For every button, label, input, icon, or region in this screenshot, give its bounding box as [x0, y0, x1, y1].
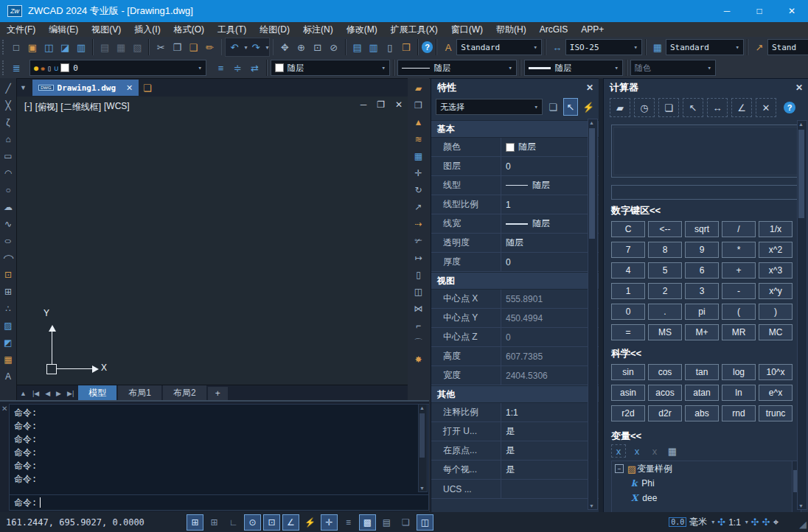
- prop-row-height[interactable]: 高度 607.7385: [431, 347, 599, 366]
- unit-label[interactable]: 毫米: [689, 516, 707, 528]
- new-drawing-icon[interactable]: ❏: [139, 80, 156, 96]
- calc-key-7[interactable]: 7: [611, 242, 645, 258]
- layer-freeze-icon[interactable]: ❋: [41, 64, 45, 72]
- chevron-down-icon[interactable]: ▾: [610, 64, 619, 71]
- ucs-control[interactable]: [WCS]: [104, 101, 130, 113]
- select-objects-icon[interactable]: ⚡: [582, 99, 595, 115]
- calc-key-acos[interactable]: acos: [648, 385, 682, 401]
- calc-key-sin[interactable]: sin: [611, 364, 645, 380]
- calc-key-backspace[interactable]: <--: [648, 221, 682, 237]
- auto-annotation-icon[interactable]: ✣: [762, 517, 770, 528]
- view-control[interactable]: [俯视]: [35, 101, 58, 113]
- mleader-style-select[interactable]: Stand: [767, 39, 808, 55]
- lineweight-toggle[interactable]: ≡: [340, 514, 357, 531]
- properties-scrollbar[interactable]: ▲ ▼: [588, 119, 598, 510]
- rectangle-icon[interactable]: ▭: [1, 149, 15, 164]
- layer-plot-icon[interactable]: ▯: [47, 64, 52, 72]
- section-other-header[interactable]: 其他 ▾: [431, 385, 599, 403]
- prop-row-layer[interactable]: 图层 0: [431, 157, 599, 176]
- return-to-input-icon[interactable]: ▦: [666, 445, 679, 457]
- scroll-up-icon[interactable]: ▲: [419, 405, 425, 410]
- grid-toggle[interactable]: ⊞: [206, 514, 223, 531]
- zoom-previous-icon[interactable]: ⊘: [326, 39, 342, 55]
- dynamic-input-toggle[interactable]: ⚡: [302, 514, 318, 531]
- polyline-icon[interactable]: ζ: [1, 115, 15, 130]
- redo-icon[interactable]: ↷: [248, 39, 265, 55]
- erase-icon[interactable]: ▰: [411, 81, 426, 96]
- arc-icon[interactable]: ◠: [1, 166, 15, 181]
- variables-folder-row[interactable]: − ▨ 变量样例: [612, 461, 801, 476]
- copy-icon[interactable]: ❐: [169, 39, 185, 55]
- numpad-section-title[interactable]: 数字键区<<: [604, 200, 808, 219]
- last-layout-icon[interactable]: ▶|: [64, 390, 77, 397]
- construction-line-icon[interactable]: ╳: [1, 98, 15, 113]
- first-layout-icon[interactable]: |◀: [29, 390, 42, 397]
- prop-row-linetype[interactable]: 线型 随层: [431, 176, 599, 195]
- tree-collapse-icon[interactable]: −: [615, 464, 624, 473]
- scroll-up-icon[interactable]: ▲: [588, 120, 595, 125]
- calc-key-atan[interactable]: atan: [685, 385, 719, 401]
- linetype-select[interactable]: 随层 ▾: [397, 60, 517, 76]
- menu-view[interactable]: 视图(V): [85, 22, 128, 37]
- calc-key-minus[interactable]: -: [722, 283, 756, 299]
- visual-style-control[interactable]: [二维线框]: [60, 101, 101, 113]
- prop-row-centerx[interactable]: 中心点 X 555.8901: [431, 290, 599, 309]
- annotation-scale-icon[interactable]: ✣: [717, 517, 725, 528]
- prop-row-ucsname[interactable]: UCS ...: [431, 480, 599, 499]
- revision-cloud-icon[interactable]: ☁: [1, 200, 15, 214]
- chevron-down-icon[interactable]: ▾: [731, 43, 739, 51]
- calc-key-6[interactable]: 6: [685, 262, 719, 279]
- prop-row-centerz[interactable]: 中心点 Z 0: [431, 328, 599, 347]
- section-basic-header[interactable]: 基本 ▾: [431, 120, 599, 138]
- clear-history-icon[interactable]: ▰: [610, 98, 630, 117]
- edit-variable-icon[interactable]: x: [630, 445, 644, 457]
- mtext-icon[interactable]: A: [1, 369, 15, 384]
- zoom-realtime-icon[interactable]: ⊕: [293, 39, 310, 55]
- scientific-section-title[interactable]: 科学<<: [604, 343, 808, 362]
- layer-match-icon[interactable]: ⇄: [246, 60, 263, 76]
- calc-key-trunc[interactable]: trunc: [759, 405, 793, 421]
- redo-dropdown-icon[interactable]: ▾: [266, 44, 269, 51]
- calc-key-plus[interactable]: +: [722, 262, 756, 279]
- calc-key-8[interactable]: 8: [648, 242, 682, 258]
- calc-key-ln[interactable]: ln: [722, 385, 756, 401]
- drawing-area[interactable]: ▼ DWG Drawing1.dwg ✕ ❏ [-] [俯视] [二维线框] […: [16, 78, 409, 402]
- calculator-input[interactable]: [611, 185, 800, 200]
- doc-minimize-icon[interactable]: ─: [361, 99, 367, 110]
- hatch-icon[interactable]: ▨: [1, 318, 15, 333]
- circle-icon[interactable]: ○: [1, 183, 15, 197]
- menu-help[interactable]: 帮助(H): [490, 22, 533, 37]
- zoom-window-icon[interactable]: ⊡: [310, 39, 326, 55]
- color-select[interactable]: 随层 ▾: [271, 60, 390, 76]
- move-icon[interactable]: ✛: [411, 166, 426, 181]
- calc-key-1[interactable]: 1: [611, 283, 645, 299]
- gradient-icon[interactable]: ◩: [1, 335, 15, 350]
- new-layout-button[interactable]: +: [208, 387, 228, 400]
- make-block-icon[interactable]: ⊞: [1, 284, 15, 299]
- command-input[interactable]: 命令:: [9, 494, 429, 511]
- plot-icon[interactable]: ▦: [113, 39, 129, 55]
- layer-select[interactable]: ● ❋ ▯ ∪ 0 ▾: [29, 60, 206, 76]
- get-distance-icon[interactable]: ↔: [707, 98, 728, 117]
- scroll-down-icon[interactable]: ▼: [798, 503, 804, 508]
- calc-key-5[interactable]: 5: [648, 262, 682, 279]
- copy-object-icon[interactable]: ❐: [411, 98, 426, 113]
- calc-key-C[interactable]: C: [611, 221, 645, 237]
- menu-tools[interactable]: 工具(T): [211, 22, 253, 37]
- explode-icon[interactable]: ✸: [411, 352, 426, 367]
- snap-toggle[interactable]: ⊞: [187, 514, 203, 531]
- scroll-down-icon[interactable]: ▼: [419, 486, 425, 491]
- array-icon[interactable]: ▦: [411, 149, 426, 164]
- prop-row-width[interactable]: 宽度 2404.5306: [431, 366, 599, 385]
- calc-key-2[interactable]: 2: [648, 283, 682, 299]
- ellipse-icon[interactable]: ○: [1, 234, 15, 248]
- open-file-icon[interactable]: ▣: [24, 39, 41, 55]
- menu-app[interactable]: APP+: [574, 22, 610, 37]
- calc-key-divide[interactable]: /: [722, 221, 756, 237]
- calc-key-10x[interactable]: 10^x: [759, 364, 793, 380]
- lineweight-select[interactable]: 随层 ▾: [524, 60, 623, 76]
- cut-icon[interactable]: ✂: [153, 39, 169, 55]
- fillet-icon[interactable]: ⌒: [411, 335, 426, 350]
- document-tab[interactable]: DWG Drawing1.dwg ✕: [32, 80, 139, 96]
- calc-key-0[interactable]: 0: [611, 304, 645, 320]
